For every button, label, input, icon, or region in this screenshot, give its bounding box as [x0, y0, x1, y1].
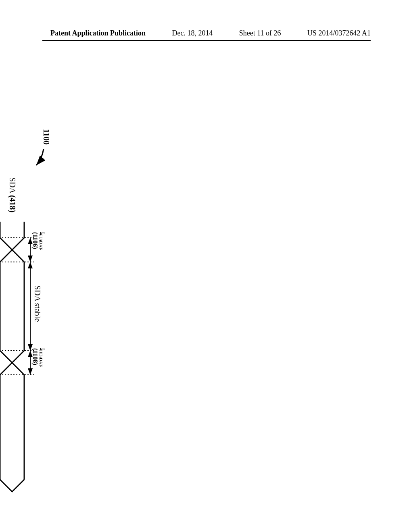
- sda-stable: SDA stable: [33, 285, 42, 322]
- header-sheet: Sheet 11 of 26: [239, 29, 281, 41]
- header-pub: Patent Application Publication: [50, 29, 146, 41]
- figure-rotated: 1100 SDA (418) SCL (416) tSU;DAT (1106) …: [0, 117, 52, 532]
- ref-1100: 1100: [42, 129, 51, 145]
- page-header: Patent Application Publication Dec. 18, …: [0, 29, 413, 41]
- t-su-dat: tSU;DAT (1106): [31, 232, 47, 250]
- t-hd-dat: tHD;DAT (1108): [31, 348, 47, 366]
- header-rule: [42, 40, 371, 41]
- sda-top-label: SDA (418): [8, 177, 17, 212]
- figure-container: 1100 SDA (418) SCL (416) tSU;DAT (1106) …: [0, 56, 413, 484]
- header-date: Dec. 18, 2014: [172, 29, 213, 41]
- header-docnum: US 2014/0372642 A1: [307, 29, 371, 41]
